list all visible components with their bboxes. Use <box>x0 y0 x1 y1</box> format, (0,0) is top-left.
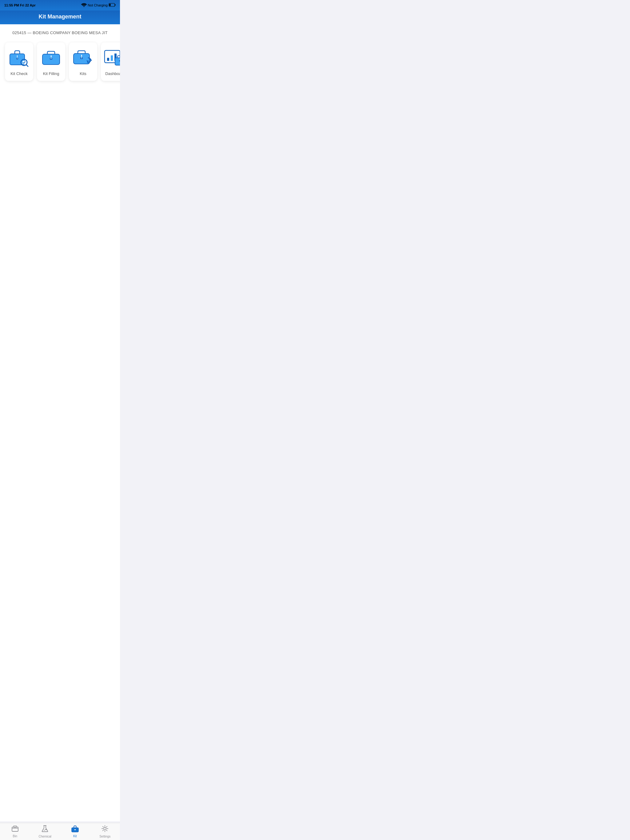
battery-status: Not Charging <box>88 3 108 7</box>
svg-rect-24 <box>115 58 120 65</box>
svg-rect-12 <box>51 55 52 57</box>
card-grid: Kit Check Kit Filling <box>5 43 115 81</box>
kits-icon <box>72 49 94 67</box>
svg-rect-2 <box>109 4 111 6</box>
battery-icon <box>109 3 116 7</box>
card-kit-filling-label: Kit Filling <box>43 71 59 76</box>
card-kit-check-label: Kit Check <box>11 71 28 76</box>
svg-rect-21 <box>107 58 109 61</box>
header: Kit Management <box>0 11 120 24</box>
svg-rect-5 <box>17 55 17 57</box>
status-right: Not Charging <box>82 3 116 8</box>
subtitle: 025415 — BOEING COMPANY BOEING MESA JIT <box>5 30 115 35</box>
kit-check-icon <box>8 49 30 67</box>
svg-rect-16 <box>81 55 82 57</box>
svg-rect-22 <box>111 55 113 61</box>
card-kits-label: Kits <box>80 71 86 76</box>
svg-point-17 <box>81 57 82 58</box>
svg-rect-25 <box>119 60 120 62</box>
svg-point-13 <box>51 58 52 59</box>
page-title: Kit Management <box>5 14 115 20</box>
svg-line-9 <box>26 65 28 66</box>
card-kit-check[interactable]: Kit Check <box>5 43 33 81</box>
content: 025415 — BOEING COMPANY BOEING MESA JIT <box>0 24 120 821</box>
svg-point-6 <box>17 58 17 58</box>
card-kits[interactable]: Kits <box>69 43 97 81</box>
status-bar: 11:55 PM Fri 22 Apr Not Charging <box>0 0 120 11</box>
svg-rect-1 <box>115 4 116 6</box>
card-dashboard[interactable]: Dashboard <box>101 43 120 81</box>
kit-filling-icon <box>40 49 62 67</box>
card-kit-filling[interactable]: Kit Filling <box>37 43 65 81</box>
dashboard-icon <box>104 49 120 67</box>
wifi-icon <box>82 3 86 8</box>
card-dashboard-label: Dashboard <box>105 71 120 76</box>
status-time: 11:55 PM Fri 22 Apr <box>4 3 36 7</box>
